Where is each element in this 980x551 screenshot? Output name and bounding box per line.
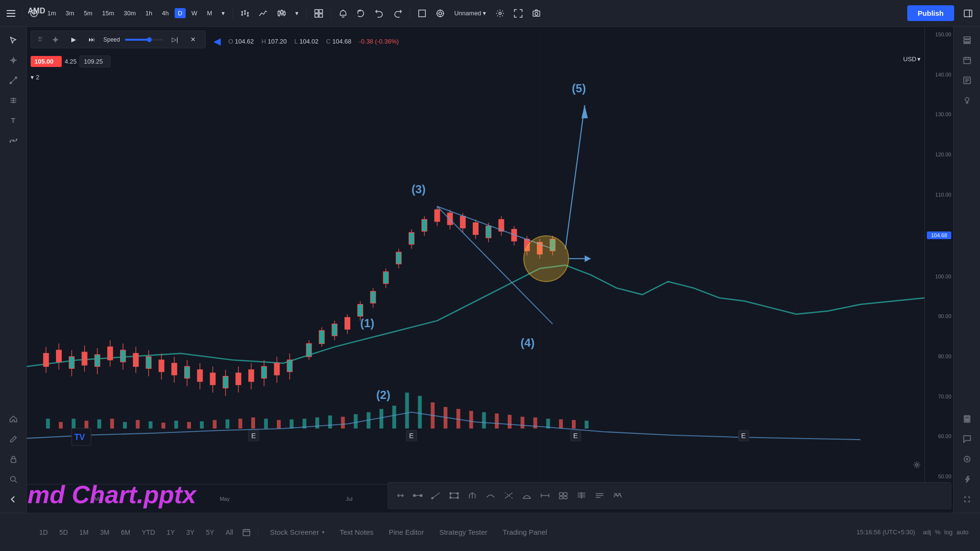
indicators-btn[interactable] (311, 7, 327, 20)
tf-m[interactable]: M (203, 8, 216, 19)
dt-fib[interactable] (574, 490, 589, 501)
alert-btn[interactable] (335, 7, 351, 20)
tf-15m[interactable]: 15m (98, 8, 118, 19)
wave-collapse-btn[interactable]: ▾ (31, 74, 34, 81)
dt-rect[interactable] (446, 490, 462, 501)
tf-4h[interactable]: 4h (158, 8, 172, 19)
menu-button[interactable] (4, 7, 18, 20)
dt-more[interactable] (592, 490, 607, 501)
target-btn[interactable] (432, 7, 448, 20)
square-btn[interactable] (414, 7, 430, 20)
close-playback-btn[interactable]: ✕ (187, 34, 200, 45)
tf-dropdown[interactable]: ▾ (218, 8, 229, 19)
dt-curve[interactable] (483, 490, 498, 501)
dt-arc[interactable] (519, 490, 535, 501)
adj-btn[interactable]: adj (923, 529, 931, 536)
bar-chart-icon[interactable] (237, 7, 253, 20)
tf-5m[interactable]: 5m (80, 8, 96, 19)
tf-1m[interactable]: 1m (44, 8, 60, 19)
expand-icon[interactable] (958, 490, 977, 509)
price-input-1[interactable]: 105.00 (31, 56, 62, 67)
svg-rect-141 (422, 220, 427, 231)
settings-btn[interactable] (492, 7, 508, 20)
tab-text-notes[interactable]: Text Notes (332, 524, 381, 540)
tf-1m-btn[interactable]: 1M (74, 526, 94, 539)
tab-pine-editor[interactable]: Pine Editor (381, 524, 432, 540)
tf-3m[interactable]: 3m (62, 8, 78, 19)
tab-strategy-tester[interactable]: Strategy Tester (432, 524, 495, 540)
dt-ray[interactable] (428, 490, 444, 501)
pencil-tool[interactable] (4, 430, 23, 449)
currency-selector[interactable]: USD ▾ (903, 55, 921, 63)
cursor-tool[interactable] (4, 31, 23, 50)
undo-btn[interactable] (371, 7, 388, 20)
side-panel-toggle[interactable] (960, 7, 976, 20)
crosshair-tool[interactable] (4, 51, 23, 70)
chart-type-dropdown[interactable]: ▾ (291, 8, 302, 19)
tf-w[interactable]: W (188, 8, 201, 19)
lock-tool[interactable] (4, 450, 23, 469)
dt-diagonal[interactable] (501, 490, 516, 501)
tf-6m-btn[interactable]: 6M (115, 526, 136, 539)
currency-label: USD (903, 55, 916, 63)
fib-tool[interactable] (4, 91, 23, 110)
tf-5d-btn[interactable]: 5D (54, 526, 74, 539)
tf-all-btn[interactable]: All (220, 526, 239, 539)
crosshair-playback[interactable] (48, 34, 63, 45)
tf-1y-btn[interactable]: 1Y (161, 526, 180, 539)
news-icon[interactable] (958, 71, 977, 90)
tf-3y-btn[interactable]: 3Y (180, 526, 200, 539)
back-btn[interactable] (4, 490, 23, 509)
tf-1d-btn[interactable]: 1D (33, 526, 54, 539)
publish-button[interactable]: Publish (907, 5, 954, 21)
tf-1h[interactable]: 1h (142, 8, 156, 19)
wave-tool[interactable] (4, 131, 23, 150)
tf-d[interactable]: D (175, 8, 186, 18)
next-step-btn[interactable]: ▷| (168, 34, 182, 45)
tf-30m[interactable]: 30m (120, 8, 139, 19)
template-name-btn[interactable]: Unnamed ▾ (450, 8, 490, 19)
svg-rect-193 (290, 419, 293, 429)
play-btn[interactable]: ▶ (67, 34, 80, 45)
dt-grid[interactable] (556, 490, 571, 501)
percent-btn[interactable]: % (935, 529, 941, 536)
redo-btn[interactable] (390, 7, 406, 20)
dt-move[interactable] (394, 490, 407, 501)
home-tool[interactable] (4, 409, 23, 429)
zoom-tool[interactable] (4, 470, 23, 489)
step-btn[interactable]: ⏭ (85, 34, 99, 45)
chat-icon[interactable] (958, 430, 977, 449)
dt-horizontal-line[interactable] (410, 490, 425, 501)
line-tool[interactable] (4, 71, 23, 90)
calendar-range-btn[interactable] (239, 527, 254, 538)
chat2-icon[interactable] (958, 450, 977, 469)
speed-slider-container[interactable] (125, 39, 163, 41)
lightning-icon[interactable] (958, 470, 977, 489)
log-btn[interactable]: log (944, 529, 952, 536)
drag-handle[interactable]: ⠿ (37, 35, 44, 44)
replay-btn[interactable] (353, 7, 369, 20)
ohlc-close-label: C (326, 38, 330, 45)
tab-trading-panel[interactable]: Trading Panel (495, 524, 555, 540)
candle-chart-icon[interactable] (273, 7, 290, 20)
auto-btn[interactable]: auto (957, 529, 969, 536)
tf-5y-btn[interactable]: 5Y (200, 526, 220, 539)
text-tool[interactable]: T (4, 111, 23, 130)
dt-wave-extra[interactable] (610, 490, 625, 501)
ideas-icon[interactable] (958, 91, 977, 110)
tab-stock-screener[interactable]: Stock Screener ▾ (262, 524, 332, 540)
calculator-icon[interactable] (958, 409, 977, 429)
svg-rect-161 (550, 239, 555, 251)
snapshot-btn[interactable] (528, 7, 545, 20)
tf-ytd-btn[interactable]: YTD (136, 526, 161, 539)
price-input-2[interactable]: 109.25 (79, 55, 111, 67)
dt-measure[interactable] (537, 490, 553, 501)
calendar-icon[interactable] (958, 51, 977, 70)
line-chart-icon[interactable] (255, 7, 271, 20)
tf-3m-btn[interactable]: 3M (94, 526, 115, 539)
chart-settings-btn[interactable] (913, 461, 921, 471)
svg-line-245 (472, 493, 475, 495)
fullscreen-btn[interactable] (510, 7, 526, 20)
dt-pitchfork[interactable] (465, 490, 480, 501)
watchlist-icon[interactable] (958, 31, 977, 50)
